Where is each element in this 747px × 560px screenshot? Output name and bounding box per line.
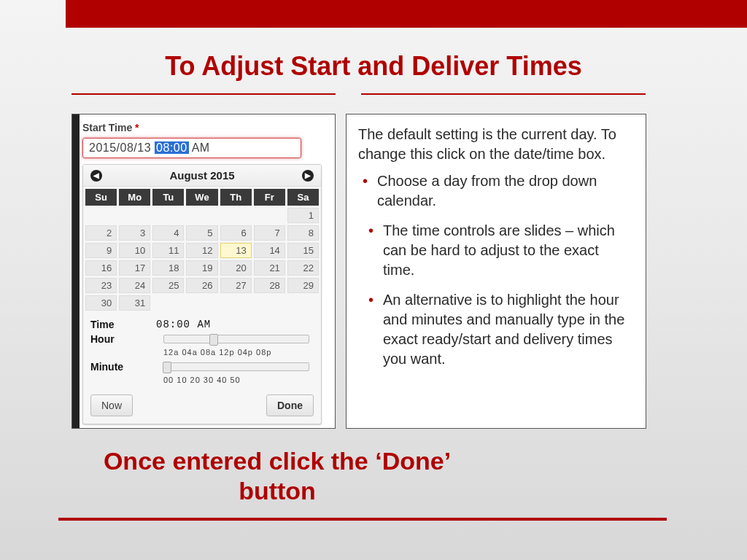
calendar-day[interactable]: 25 [152, 278, 184, 293]
dow-header: Su [85, 189, 117, 206]
calendar-day[interactable]: 7 [254, 225, 285, 241]
footer-instruction: Once entered click the ‘Done’ button [73, 446, 481, 506]
rule [71, 93, 336, 95]
calendar-day[interactable]: 22 [287, 260, 319, 276]
calendar-day[interactable]: 17 [119, 260, 150, 276]
bullet: Choose a day from the drop down calendar… [358, 171, 634, 211]
bullet: The time controls are slides – which can… [364, 221, 634, 280]
top-bar [66, 0, 747, 28]
calendar-day[interactable]: 19 [186, 260, 217, 276]
rule [361, 93, 646, 95]
decorative-strip [72, 114, 80, 428]
calendar-day[interactable]: 16 [85, 260, 117, 276]
minute-ticks: 00 10 20 30 40 50 [163, 376, 314, 384]
calendar-day[interactable]: 31 [119, 295, 150, 311]
calendar-day[interactable]: 26 [186, 278, 217, 293]
rule [58, 518, 667, 521]
calendar-day[interactable]: 9 [85, 243, 117, 258]
dow-header: Tu [152, 189, 184, 206]
calendar-day[interactable]: 27 [220, 278, 252, 293]
calendar-day[interactable]: 21 [254, 260, 285, 276]
done-button[interactable]: Done [266, 394, 314, 416]
calendar-day[interactable]: 8 [287, 225, 319, 241]
calendar-day[interactable]: 30 [85, 295, 117, 311]
time-label: Time [90, 319, 156, 330]
prev-month-icon[interactable]: ◀ [90, 170, 102, 182]
dow-header: We [186, 189, 217, 206]
calendar-day[interactable]: 11 [152, 243, 184, 258]
dow-header: Mo [119, 189, 150, 206]
page-title: To Adjust Start and Deliver Times [0, 51, 747, 82]
datetime-picker-panel: Start Time * 2015/08/13 08:00 AM ◀ Augus… [71, 114, 336, 429]
dow-header: Th [220, 189, 252, 206]
calendar-month: August 2015 [169, 169, 234, 182]
hour-ticks: 12a 04a 08a 12p 04p 08p [163, 348, 314, 357]
calendar-day[interactable]: 24 [119, 278, 150, 293]
calendar-grid: SuMoTuWeThFrSa 1234567891011121314151617… [83, 187, 321, 313]
calendar-day[interactable]: 5 [186, 225, 217, 241]
minute-slider[interactable] [163, 362, 309, 371]
calendar-day[interactable]: 10 [119, 243, 150, 258]
hour-label: Hour [90, 333, 156, 345]
calendar-day[interactable]: 6 [220, 225, 252, 241]
time-value: 08:00 AM [156, 319, 211, 330]
calendar-day[interactable]: 3 [119, 225, 150, 241]
calendar-day[interactable]: 28 [254, 278, 285, 293]
calendar-day[interactable]: 1 [287, 208, 319, 223]
dow-header: Sa [287, 189, 319, 206]
calendar-widget: ◀ August 2015 ▶ SuMoTuWeThFrSa 123456789… [82, 164, 322, 424]
next-month-icon[interactable]: ▶ [302, 170, 314, 182]
bullet: An alternative is to highlight the hour … [364, 290, 634, 369]
minute-label: Minute [90, 361, 156, 373]
calendar-day[interactable]: 18 [152, 260, 184, 276]
start-time-label: Start Time * [82, 122, 330, 133]
dow-header: Fr [254, 189, 285, 206]
instructions-panel: The default setting is the current day. … [346, 114, 646, 429]
hour-slider[interactable] [163, 335, 309, 343]
calendar-day[interactable]: 20 [220, 260, 252, 276]
calendar-day[interactable]: 14 [254, 243, 285, 258]
intro-text: The default setting is the current day. … [358, 125, 634, 164]
calendar-day[interactable]: 13 [220, 243, 252, 258]
calendar-day[interactable]: 29 [287, 278, 319, 293]
datetime-input[interactable]: 2015/08/13 08:00 AM [82, 138, 301, 158]
calendar-day[interactable]: 4 [152, 225, 184, 241]
calendar-day[interactable]: 2 [85, 225, 117, 241]
calendar-day[interactable]: 12 [186, 243, 217, 258]
calendar-day[interactable]: 15 [287, 243, 319, 258]
now-button[interactable]: Now [90, 394, 133, 416]
time-highlight[interactable]: 08:00 [155, 141, 189, 154]
calendar-day[interactable]: 23 [85, 278, 117, 293]
